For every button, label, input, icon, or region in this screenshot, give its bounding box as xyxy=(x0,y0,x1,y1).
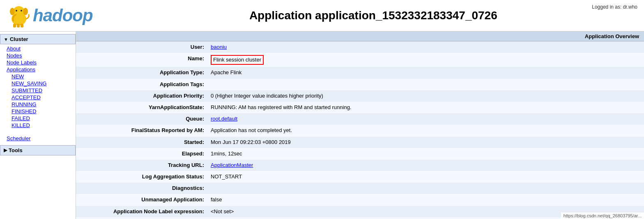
tools-section-label: Tools xyxy=(9,147,23,153)
sidebar-item-finished[interactable]: FINISHED xyxy=(0,108,76,115)
table-row: Log Aggregation Status:NOT_START xyxy=(76,171,644,182)
cluster-section-label: Cluster xyxy=(10,36,28,42)
row-value[interactable]: ApplicationMaster xyxy=(207,160,644,171)
table-row: AM container Node Label expression:<DEFA… xyxy=(76,217,644,219)
application-info-table: User:baoniuName:Flink session clusterApp… xyxy=(76,41,644,219)
logo-area: hadoop xyxy=(7,3,93,28)
table-row: Application Tags: xyxy=(76,79,644,90)
tools-section-header[interactable]: ▶ Tools xyxy=(0,145,76,155)
table-row: Tracking URL:ApplicationMaster xyxy=(76,160,644,171)
table-row: Elapsed:1mins, 12sec xyxy=(76,148,644,160)
sidebar-item-scheduler[interactable]: Scheduler xyxy=(0,135,76,142)
row-value: Mon Jun 17 09:22:03 +0800 2019 xyxy=(207,137,644,148)
row-value[interactable]: baoniu xyxy=(207,41,644,53)
row-value: 1mins, 12sec xyxy=(207,148,644,160)
row-label: Application Type: xyxy=(76,67,207,78)
table-row: Diagnostics: xyxy=(76,182,644,194)
sidebar-item-failed[interactable]: FAILED xyxy=(0,115,76,122)
svg-point-4 xyxy=(16,10,17,11)
svg-point-3 xyxy=(23,8,28,15)
sidebar-item-nodes[interactable]: Nodes xyxy=(0,52,76,59)
row-label: Name: xyxy=(76,53,207,67)
footer-url: https://blog.csdn.net/qq_26803795/ar... xyxy=(561,212,644,219)
sidebar-item-about[interactable]: About xyxy=(0,45,76,52)
row-value: RUNNING: AM has registered with RM and s… xyxy=(207,102,644,113)
hadoop-logo-text: hadoop xyxy=(33,6,93,25)
sidebar-item-submitted[interactable]: SUBMITTED xyxy=(0,87,76,94)
row-value: false xyxy=(207,194,644,205)
svg-rect-8 xyxy=(21,24,23,27)
row-label: YarnApplicationState: xyxy=(76,102,207,113)
table-row: Application Node Label expression:<Not s… xyxy=(76,206,644,217)
row-value: Application has not completed yet. xyxy=(207,125,644,136)
row-value: Apache Flink xyxy=(207,67,644,78)
table-row: Unmanaged Application:false xyxy=(76,194,644,205)
row-label: Unmanaged Application: xyxy=(76,194,207,205)
row-value: 0 (Higher Integer value indicates higher… xyxy=(207,90,644,102)
row-label: Log Aggregation Status: xyxy=(76,171,207,182)
sidebar-item-accepted[interactable]: ACCEPTED xyxy=(0,94,76,101)
logged-in-status: Logged in as: dr.who xyxy=(592,4,637,10)
page-title: Application application_1532332183347_07… xyxy=(109,9,637,22)
tools-arrow-icon: ▶ xyxy=(4,148,7,153)
sidebar: ▼ Cluster About Nodes Node Labels Applic… xyxy=(0,32,76,219)
sidebar-item-running[interactable]: RUNNING xyxy=(0,101,76,108)
page-title-area: Application application_1532332183347_07… xyxy=(109,9,637,22)
cluster-section-header[interactable]: ▼ Cluster xyxy=(0,34,76,44)
row-link[interactable]: root.default xyxy=(211,116,237,122)
row-label: Application Node Label expression: xyxy=(76,206,207,217)
svg-point-5 xyxy=(21,10,22,11)
sidebar-item-node-labels[interactable]: Node Labels xyxy=(0,59,76,66)
row-value: Flink session cluster xyxy=(207,53,644,67)
row-label: Started: xyxy=(76,137,207,148)
row-label: FinalStatus Reported by AM: xyxy=(76,125,207,136)
table-row: YarnApplicationState:RUNNING: AM has reg… xyxy=(76,102,644,113)
content-area: Application Overview User:baoniuName:Fli… xyxy=(76,32,644,219)
row-label: Diagnostics: xyxy=(76,182,207,194)
table-row: Started:Mon Jun 17 09:22:03 +0800 2019 xyxy=(76,137,644,148)
row-label: Queue: xyxy=(76,113,207,125)
sidebar-item-killed[interactable]: KILLED xyxy=(0,122,76,129)
svg-point-2 xyxy=(10,8,15,15)
row-label: Elapsed: xyxy=(76,148,207,160)
sidebar-item-new[interactable]: NEW xyxy=(0,73,76,80)
table-row: Application Type:Apache Flink xyxy=(76,67,644,78)
svg-rect-7 xyxy=(17,24,20,27)
cluster-arrow-icon: ▼ xyxy=(4,37,8,42)
row-label: AM container Node Label expression: xyxy=(76,217,207,219)
sidebar-item-applications[interactable]: Applications xyxy=(0,66,76,73)
header: hadoop Application application_153233218… xyxy=(0,0,644,32)
hadoop-logo-icon xyxy=(7,3,31,28)
main-layout: ▼ Cluster About Nodes Node Labels Applic… xyxy=(0,32,644,219)
table-row: Name:Flink session cluster xyxy=(76,53,644,67)
row-label: User: xyxy=(76,41,207,53)
table-row: FinalStatus Reported by AM:Application h… xyxy=(76,125,644,136)
row-label: Application Priority: xyxy=(76,90,207,102)
app-name-highlighted: Flink session cluster xyxy=(211,55,264,65)
row-value: NOT_START xyxy=(207,171,644,182)
table-row: Application Priority:0 (Higher Integer v… xyxy=(76,90,644,102)
section-title-bar: Application Overview xyxy=(76,32,644,41)
row-value xyxy=(207,79,644,90)
row-value[interactable]: root.default xyxy=(207,113,644,125)
row-link[interactable]: baoniu xyxy=(211,44,227,50)
sidebar-item-new-saving[interactable]: NEW_SAVING xyxy=(0,80,76,87)
row-label: Tracking URL: xyxy=(76,160,207,171)
table-row: Queue:root.default xyxy=(76,113,644,125)
table-row: User:baoniu xyxy=(76,41,644,53)
svg-rect-6 xyxy=(13,24,16,27)
row-value xyxy=(207,182,644,194)
row-link[interactable]: ApplicationMaster xyxy=(211,162,253,168)
row-label: Application Tags: xyxy=(76,79,207,90)
